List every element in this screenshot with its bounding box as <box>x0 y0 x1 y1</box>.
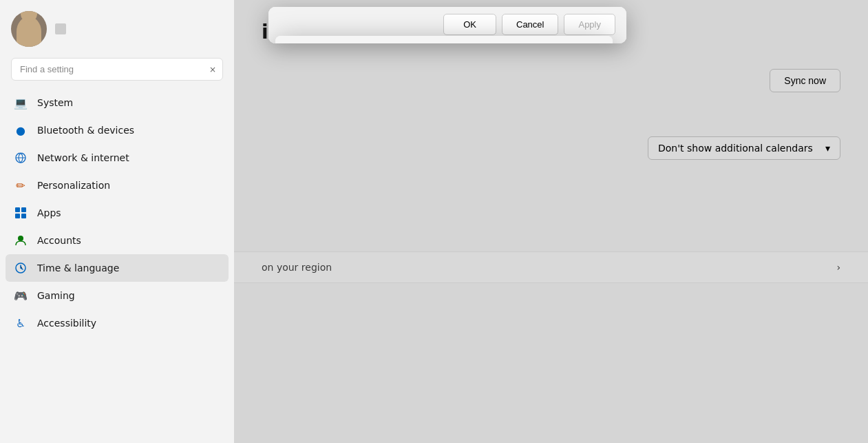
svg-rect-2 <box>15 214 20 218</box>
sidebar-item-label-accounts: Accounts <box>37 235 81 246</box>
profile-name-box <box>55 23 66 34</box>
sidebar-item-label-network: Network & internet <box>37 152 129 163</box>
search-box: × <box>11 58 223 81</box>
sidebar-item-accessibility[interactable]: ♿ Accessibility <box>6 309 229 337</box>
dialog-internet-time: Internet Time Settings ✕ Configure Inter… <box>275 36 613 43</box>
sidebar: × 💻 System ● Bluetooth & devices Network… <box>0 0 234 443</box>
gaming-icon: 🎮 <box>14 289 28 302</box>
network-icon <box>14 151 28 165</box>
dialog-date-time-ok-button[interactable]: OK <box>443 14 496 35</box>
accessibility-icon: ♿ <box>14 316 28 330</box>
svg-rect-0 <box>15 207 20 212</box>
sidebar-item-personalization[interactable]: ✏️ Personalization <box>6 172 229 199</box>
sidebar-item-label-bluetooth: Bluetooth & devices <box>37 125 134 136</box>
sidebar-item-bluetooth[interactable]: ● Bluetooth & devices <box>6 116 229 144</box>
overlay <box>234 0 868 443</box>
sidebar-item-gaming[interactable]: 🎮 Gaming <box>6 282 229 309</box>
dialog-date-time-cancel-button[interactable]: Cancel <box>502 14 558 35</box>
search-input[interactable] <box>11 58 223 81</box>
dialog-internet-time-titlebar: Internet Time Settings ✕ <box>275 36 613 43</box>
dialog-internet-time-close-button[interactable]: ✕ <box>585 43 603 43</box>
apps-icon <box>14 206 28 220</box>
sidebar-item-label-accessibility: Accessibility <box>37 318 96 329</box>
sidebar-item-accounts[interactable]: Accounts <box>6 227 229 254</box>
search-clear-button[interactable]: × <box>209 65 216 74</box>
sidebar-item-time[interactable]: Time & language <box>6 254 229 282</box>
sidebar-item-label-gaming: Gaming <box>37 290 75 301</box>
sidebar-item-label-time: Time & language <box>37 262 119 274</box>
sidebar-item-system[interactable]: 💻 System <box>6 89 229 116</box>
dialog-date-time-apply-button[interactable]: Apply <box>564 14 615 35</box>
sidebar-item-network[interactable]: Network & internet <box>6 144 229 172</box>
dialog-date-time: Date and Time ✕ Internet Time Settings ✕… <box>268 7 626 43</box>
svg-rect-1 <box>21 207 26 212</box>
svg-rect-3 <box>21 214 26 218</box>
main-content: ime Sync now Don't show additional calen… <box>234 0 868 443</box>
time-icon <box>14 261 28 275</box>
sidebar-item-label-apps: Apps <box>37 207 61 218</box>
nav-items: 💻 System ● Bluetooth & devices Network &… <box>0 86 234 443</box>
system-icon: 💻 <box>14 96 28 110</box>
bluetooth-icon: ● <box>14 123 28 137</box>
sidebar-item-apps[interactable]: Apps <box>6 199 229 227</box>
sidebar-item-label-personalization: Personalization <box>37 180 110 191</box>
accounts-icon <box>14 234 28 247</box>
personalization-icon: ✏️ <box>14 178 28 192</box>
avatar <box>11 11 47 47</box>
sidebar-item-label-system: System <box>37 97 73 108</box>
svg-point-4 <box>18 236 23 241</box>
profile-section <box>0 0 234 55</box>
